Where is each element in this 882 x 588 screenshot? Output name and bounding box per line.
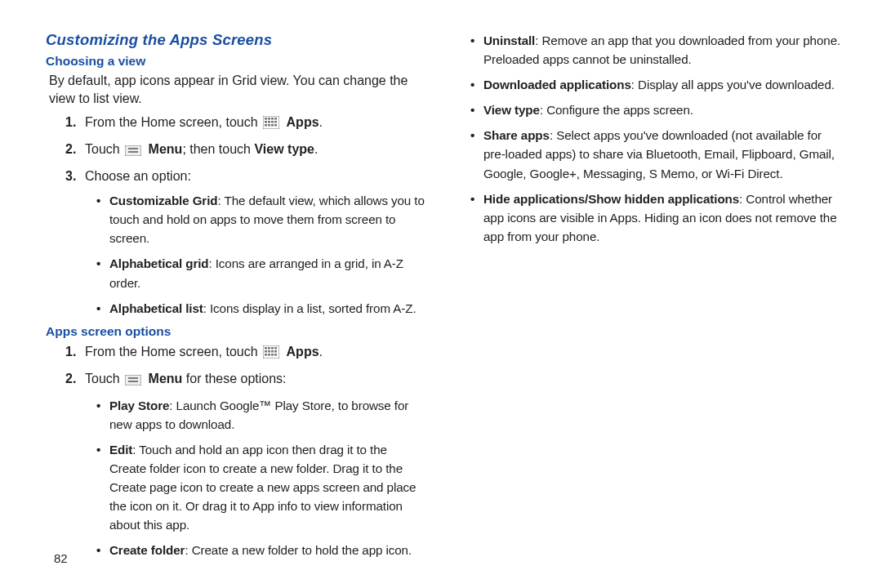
step-text: From the Home screen, touch [85,115,261,129]
svg-rect-1 [265,118,267,120]
option-desc: : Touch and hold an app icon then drag i… [109,443,416,532]
svg-rect-26 [268,354,270,356]
option-term: Customizable Grid [109,194,217,207]
step-number: 1. [65,113,76,132]
menu-label: Menu [149,372,183,385]
apps-label: Apps [287,345,319,359]
step-text: Choose an option: [85,169,191,183]
svg-rect-29 [125,375,141,385]
svg-rect-27 [271,354,274,356]
option-customizable-grid: Customizable Grid: The default view, whi… [96,191,425,247]
svg-rect-23 [271,350,274,353]
option-term: Hide applications/Show hidden applicatio… [483,192,739,206]
step-1b: 1. From the Home screen, touch Apps. [65,342,425,364]
steps-list-2: 1. From the Home screen, touch Apps. 2. … [65,342,425,391]
option-term: Edit [109,443,132,457]
apps-label: Apps [287,115,319,129]
manual-page: Customizing the Apps Screens Choosing a … [0,0,882,566]
svg-rect-4 [274,118,277,120]
svg-rect-24 [274,350,277,353]
svg-rect-6 [268,121,270,123]
page-number: 82 [54,551,68,565]
option-term: Downloaded applications [483,78,631,91]
step-number: 2. [65,369,76,389]
step-1: 1. From the Home screen, touch Apps. [65,113,425,135]
svg-rect-19 [271,347,274,350]
apps-grid-icon [263,115,279,135]
apps-grid-icon [263,345,279,364]
option-desc: : Configure the apps screen. [540,103,693,117]
svg-rect-20 [274,347,277,350]
step-3: 3. Choose an option: [65,167,425,186]
svg-rect-17 [265,347,267,350]
option-uninstall: Uninstall: Remove an app that you downlo… [470,31,843,69]
step-text: for these options: [182,372,286,385]
option-edit: Edit: Touch and hold an app icon then dr… [96,440,425,534]
option-desc: : Display all apps you've downloaded. [631,78,835,91]
option-term: Alphabetical list [109,301,203,315]
right-column: Uninstall: Remove an app that you downlo… [464,31,843,566]
step-text: ; then touch [182,142,254,156]
option-desc: : Icons display in a list, sorted from A… [203,301,416,315]
subsection-choosing-view: Choosing a view [46,54,425,69]
option-alpha-grid: Alphabetical grid: Icons are arranged in… [96,254,425,292]
option-share-apps: Share apps: Select apps you've downloade… [470,126,843,182]
menu-icon [125,372,141,391]
section-title: Customizing the Apps Screens [46,31,425,49]
option-create-folder: Create folder: Create a new folder to ho… [96,541,425,559]
step-number: 3. [65,167,76,186]
option-term: Share apps [483,128,550,142]
intro-paragraph: By default, app icons appear in Grid vie… [49,72,425,108]
option-term: Play Store [109,399,169,412]
step-text: . [319,345,323,359]
svg-rect-25 [265,354,267,356]
option-term: Uninstall [483,33,535,47]
subsection-apps-options: Apps screen options [46,324,425,339]
svg-rect-7 [271,121,274,123]
menu-options-list: Play Store: Launch Google™ Play Store, t… [96,396,425,560]
svg-rect-11 [271,124,274,127]
option-alpha-list: Alphabetical list: Icons display in a li… [96,299,425,318]
svg-rect-22 [268,350,270,353]
view-type-label: View type [254,142,314,156]
step-text: Touch [85,142,123,156]
option-term: View type [483,103,540,117]
option-view-type: View type: Configure the apps screen. [470,100,843,119]
option-list: Customizable Grid: The default view, whi… [96,191,425,318]
option-play-store: Play Store: Launch Google™ Play Store, t… [96,396,425,434]
svg-rect-18 [268,347,270,350]
menu-icon [125,142,141,162]
step-number: 2. [65,140,76,159]
svg-rect-8 [274,121,277,123]
step-text: From the Home screen, touch [85,345,261,359]
menu-label: Menu [149,142,183,156]
step-text: Touch [85,372,123,385]
option-term: Alphabetical grid [109,256,209,270]
svg-rect-3 [271,118,274,120]
svg-rect-5 [265,121,267,123]
option-term: Create folder [109,543,185,557]
svg-rect-13 [125,145,141,156]
left-column: Customizing the Apps Screens Choosing a … [46,31,425,566]
svg-rect-9 [265,124,267,127]
step-2: 2. Touch Menu; then touch View type. [65,140,425,162]
option-downloaded: Downloaded applications: Display all app… [470,75,843,94]
step-number: 1. [65,342,76,362]
svg-rect-21 [265,350,267,353]
option-hide-apps: Hide applications/Show hidden applicatio… [470,189,843,246]
step-2b: 2. Touch Menu for these options: [65,369,425,391]
option-desc: : Remove an app that you downloaded from… [483,33,840,66]
svg-rect-28 [274,354,277,356]
svg-rect-10 [268,124,270,127]
menu-options-list-cont: Uninstall: Remove an app that you downlo… [470,31,843,246]
steps-list: 1. From the Home screen, touch Apps. 2. … [65,113,425,186]
step-text: . [319,115,323,129]
step-text: . [314,142,318,156]
option-desc: : Create a new folder to hold the app ic… [185,543,412,557]
svg-rect-12 [274,124,277,127]
svg-rect-2 [268,118,270,120]
